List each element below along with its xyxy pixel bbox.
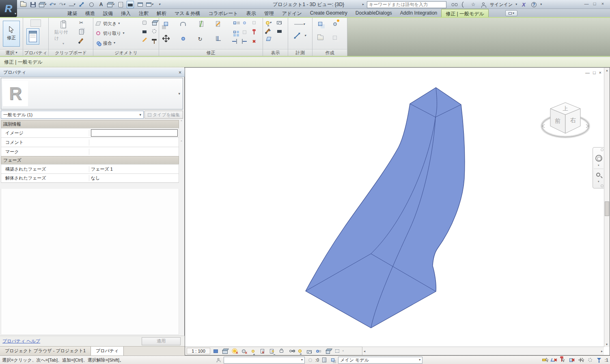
unjoin-icon[interactable] bbox=[151, 36, 157, 43]
tab-insert[interactable]: 挿入 bbox=[117, 9, 135, 17]
array-icon[interactable] bbox=[231, 29, 238, 35]
panel-create-label[interactable]: 作成 bbox=[313, 49, 347, 56]
sun-path-icon[interactable] bbox=[231, 348, 238, 355]
steering-wheel-icon[interactable] bbox=[595, 155, 602, 162]
view-scale-button[interactable]: 1 : 100 bbox=[187, 348, 210, 354]
wheel-dropdown-icon[interactable]: ▾ bbox=[598, 164, 599, 167]
vertical-scroll-thumb[interactable] bbox=[605, 201, 609, 216]
signin-person-icon[interactable] bbox=[480, 1, 487, 8]
select-by-face-toggle-icon[interactable] bbox=[569, 357, 576, 363]
switch-windows-icon[interactable]: ▾ bbox=[146, 1, 153, 8]
select-pinned-toggle-icon[interactable] bbox=[560, 357, 567, 363]
mirror-pick-icon[interactable] bbox=[241, 19, 248, 26]
displace-elements-icon[interactable] bbox=[265, 36, 272, 42]
design-options-dropdown[interactable]: メイン モデル▾ bbox=[338, 357, 422, 364]
align-extend-icon[interactable] bbox=[231, 38, 238, 45]
tab-dockable-dialogs[interactable]: DockableDialogs bbox=[351, 9, 396, 17]
create-group-icon[interactable] bbox=[330, 19, 339, 28]
demolish-icon[interactable] bbox=[151, 19, 157, 26]
view-visibility-icon[interactable]: ▾ bbox=[265, 19, 272, 26]
property-row-image[interactable]: イメージ bbox=[1, 128, 179, 137]
panel-geometry-label[interactable]: ジオメトリ bbox=[93, 49, 159, 56]
section-icon[interactable] bbox=[117, 1, 124, 8]
subscription-center-icon[interactable] bbox=[459, 1, 467, 8]
exchange-apps-icon[interactable] bbox=[520, 1, 527, 8]
load-into-project-icon[interactable] bbox=[316, 33, 325, 42]
mirror-axis-icon[interactable] bbox=[231, 19, 238, 26]
tab-architecture[interactable]: 建築 bbox=[63, 9, 81, 17]
minimize-window-icon[interactable]: — bbox=[582, 1, 591, 6]
select-underlay-toggle-icon[interactable] bbox=[551, 357, 558, 363]
scale-icon[interactable] bbox=[251, 19, 257, 26]
tab-systems[interactable]: 設備 bbox=[99, 9, 117, 17]
viewcube[interactable]: 上 前 右 bbox=[540, 99, 591, 146]
copy-icon[interactable] bbox=[78, 28, 84, 35]
split-with-gap-icon[interactable] bbox=[213, 19, 222, 28]
navbar-settings-icon[interactable] bbox=[601, 184, 604, 187]
panel-view-tools-label[interactable]: 表示 bbox=[263, 49, 288, 56]
worksets-icon[interactable] bbox=[215, 357, 222, 363]
create-similar-icon[interactable] bbox=[316, 19, 325, 28]
drawing-area[interactable]: — □ × 上 前 右 ▾ ▾ ▴ ▾ 1 : 100 bbox=[185, 67, 610, 355]
search-input[interactable] bbox=[367, 1, 446, 8]
view-minimize-icon[interactable]: — bbox=[585, 70, 590, 75]
property-row-phase-demolished[interactable]: 解体されたフェーズ なし bbox=[1, 173, 179, 183]
property-row-mark[interactable]: マーク bbox=[1, 147, 179, 156]
aligned-dimension-icon[interactable] bbox=[78, 1, 85, 8]
scroll-down-icon[interactable]: ▾ bbox=[606, 343, 608, 346]
panel-modify-label[interactable]: 修正 bbox=[159, 49, 263, 56]
tab-structure[interactable]: 構造 bbox=[81, 9, 99, 17]
scroll-up-icon[interactable]: ▴ bbox=[604, 68, 610, 72]
panel-select-label[interactable]: 選択▾ bbox=[0, 49, 23, 56]
design-options-icon[interactable] bbox=[330, 357, 336, 363]
tab-annotate[interactable]: 注釈 bbox=[135, 9, 153, 17]
ribbon-display-toggle[interactable]: ▾ bbox=[505, 10, 517, 16]
reveal-hidden-elements-icon[interactable] bbox=[296, 348, 304, 355]
text-icon[interactable] bbox=[97, 1, 105, 8]
signin-dropdown-icon[interactable]: ▾ bbox=[515, 3, 517, 6]
tab-addin-integration[interactable]: AddIn Integration bbox=[396, 9, 441, 17]
modify-tool-button[interactable]: 修正 bbox=[3, 21, 20, 47]
crop-view-icon[interactable] bbox=[259, 348, 266, 355]
split-face-icon[interactable] bbox=[141, 28, 148, 34]
split-element-icon[interactable] bbox=[196, 19, 205, 28]
section-collapse-gutter[interactable]: ⌃⌃ bbox=[179, 120, 184, 189]
close-window-icon[interactable]: × bbox=[599, 1, 607, 6]
wall-joins-icon[interactable] bbox=[151, 28, 157, 34]
temporary-hide-isolate-icon[interactable] bbox=[287, 348, 294, 355]
tag-by-category-icon[interactable] bbox=[88, 1, 95, 8]
filter-icon[interactable] bbox=[596, 357, 602, 363]
properties-panel-header[interactable]: プロパティ × bbox=[0, 68, 185, 77]
tab-create-geometry[interactable]: Create Geometry bbox=[306, 9, 351, 17]
family-types-icon[interactable] bbox=[30, 19, 41, 27]
measure-icon[interactable]: ▾ bbox=[68, 1, 75, 8]
type-selector-dropdown[interactable]: 一般モデル (1)▾ bbox=[1, 111, 144, 119]
customize-quick-access-icon[interactable]: ▾ bbox=[156, 1, 163, 8]
temporary-view-properties-icon[interactable] bbox=[305, 348, 313, 355]
signin-label[interactable]: サインイン bbox=[490, 2, 513, 8]
show-crop-region-icon[interactable] bbox=[268, 348, 276, 355]
tab-project-browser[interactable]: プロジェクト ブラウザ - プロジェクト1 bbox=[0, 347, 91, 355]
help-icon[interactable] bbox=[530, 1, 537, 8]
worksets-dropdown[interactable]: ▾ bbox=[224, 357, 305, 364]
match-type-icon[interactable] bbox=[78, 37, 84, 44]
align-icon[interactable] bbox=[162, 19, 170, 28]
close-properties-icon[interactable]: × bbox=[179, 70, 181, 75]
redo-icon[interactable]: ▾ bbox=[58, 1, 66, 8]
tab-collaborate[interactable]: コラボレート bbox=[204, 9, 242, 17]
navigation-bar[interactable]: ▾ ▾ bbox=[593, 147, 605, 188]
tab-addins[interactable]: アドイン bbox=[278, 9, 306, 17]
horizontal-scrollbar[interactable]: ◂ ▸ bbox=[362, 347, 604, 355]
locked-3d-view-icon[interactable] bbox=[277, 348, 285, 355]
view-close-icon[interactable]: × bbox=[599, 70, 601, 75]
pin-icon[interactable] bbox=[251, 29, 257, 35]
sync-with-central-icon[interactable]: ▾ bbox=[39, 1, 46, 8]
panel-properties-label[interactable]: プロパティ bbox=[23, 49, 48, 56]
editing-requests-icon[interactable] bbox=[321, 357, 328, 363]
vertical-scrollbar[interactable]: ▴ ▾ bbox=[604, 68, 610, 347]
shadows-icon[interactable] bbox=[240, 348, 248, 355]
dimension-icon[interactable]: ▾ bbox=[291, 21, 308, 28]
open-icon[interactable] bbox=[19, 1, 27, 8]
section-identity-data[interactable]: 識別情報 bbox=[1, 120, 179, 128]
tab-modify-generic-model[interactable]: 修正 | 一般モデル bbox=[441, 9, 489, 17]
